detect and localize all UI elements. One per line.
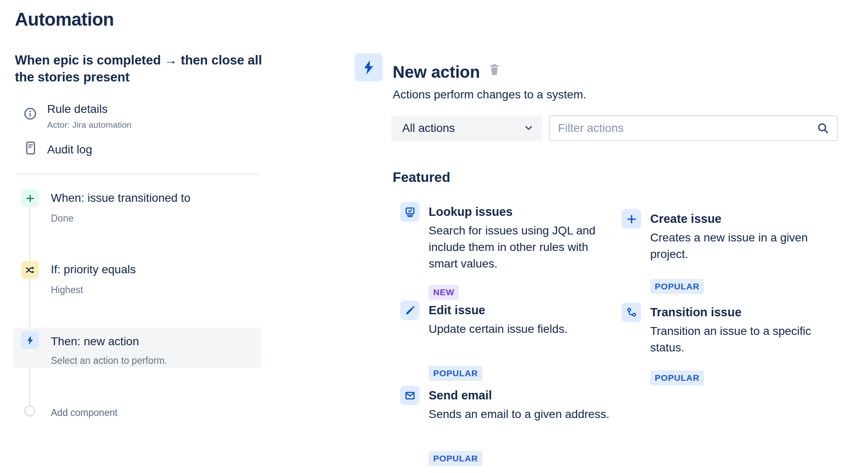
action-category-dropdown[interactable]: All actions xyxy=(391,115,542,141)
chevron-down-icon xyxy=(524,125,533,131)
sidebar-divider xyxy=(16,174,260,174)
info-icon xyxy=(23,107,37,121)
card-title: Send email xyxy=(429,386,617,402)
action-card-create-issue[interactable]: Create issue Creates a new issue in a gi… xyxy=(622,209,838,294)
lookup-issues-icon xyxy=(400,202,420,222)
dropdown-selected-value: All actions xyxy=(402,122,455,135)
add-component-button[interactable]: Add component xyxy=(51,407,117,418)
action-card-edit-issue[interactable]: Edit issue Update certain issue fields. … xyxy=(400,301,617,381)
rule-title: When epic is completed → then close all … xyxy=(15,52,269,86)
featured-section-title: Featured xyxy=(393,170,450,185)
new-action-bolt-icon xyxy=(355,53,383,81)
card-title: Create issue xyxy=(650,209,838,226)
step-when-value: Done xyxy=(51,213,74,224)
card-description: Sends an email to a given address. xyxy=(429,406,617,423)
card-description: Transition an issue to a specific status… xyxy=(650,323,838,356)
transition-issue-workflow-icon xyxy=(622,303,641,322)
step-then-label[interactable]: Then: new action xyxy=(51,335,139,348)
step-if-label[interactable]: If: priority equals xyxy=(51,263,136,276)
popular-badge: POPULAR xyxy=(650,279,704,294)
condition-shuffle-icon[interactable] xyxy=(21,261,39,279)
rule-actor-label: Actor: Jira automation xyxy=(47,120,131,130)
send-email-envelope-icon xyxy=(400,386,420,405)
step-if-value: Highest xyxy=(51,284,83,296)
delete-action-trash-icon[interactable] xyxy=(488,62,501,76)
page-title: Automation xyxy=(15,9,114,30)
sidebar-item-rule-details[interactable]: Rule details xyxy=(47,103,107,116)
panel-title: New action xyxy=(393,63,480,81)
search-icon xyxy=(816,122,830,135)
filter-actions-input[interactable] xyxy=(552,122,816,135)
create-issue-plus-icon xyxy=(622,209,641,229)
panel-description: Actions perform changes to a system. xyxy=(393,88,586,101)
step-when-label[interactable]: When: issue transitioned to xyxy=(51,191,191,205)
audit-log-icon xyxy=(24,141,37,155)
card-title: Lookup issues xyxy=(429,202,617,219)
trigger-plus-icon[interactable] xyxy=(21,189,39,207)
action-card-transition-issue[interactable]: Transition issue Transition an issue to … xyxy=(622,303,838,385)
workflow-connector-line xyxy=(29,206,31,408)
new-badge: NEW xyxy=(429,285,459,300)
card-description: Search for issues using JQL and include … xyxy=(429,222,617,272)
action-card-lookup-issues[interactable]: Lookup issues Search for issues using JQ… xyxy=(400,202,617,300)
card-title: Transition issue xyxy=(650,303,838,319)
card-description: Creates a new issue in a given project. xyxy=(650,229,838,263)
popular-badge: POPULAR xyxy=(650,370,704,385)
action-card-send-email[interactable]: Send email Sends an email to a given add… xyxy=(400,386,617,466)
card-title: Edit issue xyxy=(429,301,617,317)
card-description: Update certain issue fields. xyxy=(429,321,617,337)
action-bolt-icon[interactable] xyxy=(21,331,39,349)
edit-issue-pencil-icon xyxy=(400,301,420,320)
filter-actions-searchbox[interactable] xyxy=(549,115,838,141)
popular-badge: POPULAR xyxy=(429,451,482,466)
popular-badge: POPULAR xyxy=(429,366,482,381)
step-then-hint: Select an action to perform. xyxy=(51,355,167,366)
sidebar-item-audit-log[interactable]: Audit log xyxy=(47,143,92,156)
add-component-circle-icon[interactable] xyxy=(24,405,36,417)
